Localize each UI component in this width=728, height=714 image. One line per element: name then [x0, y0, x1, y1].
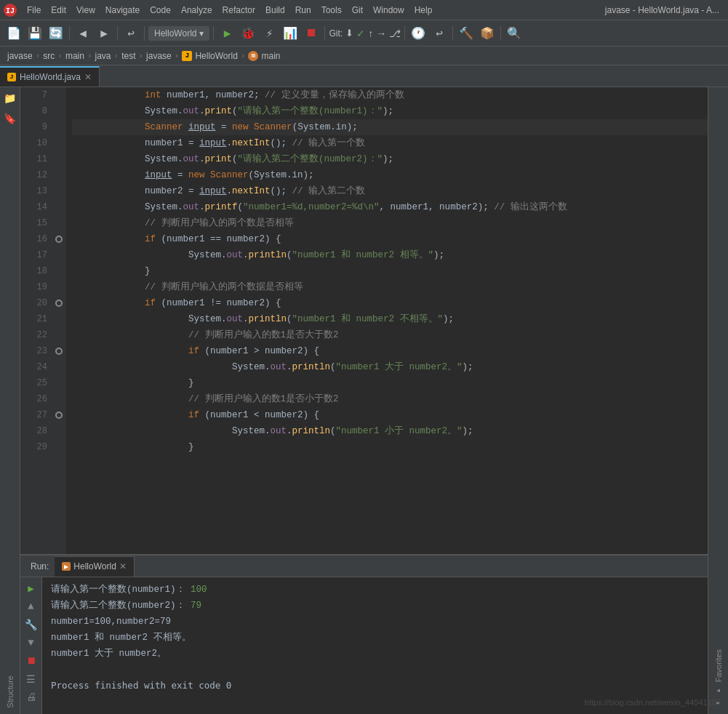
breadcrumb-test[interactable]: test — [121, 51, 135, 61]
run-tab-helloworld[interactable]: ▶ HelloWorld ✕ — [55, 556, 134, 577]
favorites-bar: Favorites ◂ ▸ — [708, 87, 728, 714]
toolbar-undo-btn[interactable]: ↩ — [121, 24, 140, 43]
breadcrumb-sep1: › — [36, 52, 41, 60]
tab-bar: J HelloWorld.java ✕ — [0, 65, 728, 87]
menu-tools[interactable]: Tools — [316, 4, 347, 17]
menu-file[interactable]: File — [22, 4, 46, 17]
code-lines[interactable]: int number1, number2; // 定义变量，保存输入的两个数 S… — [66, 87, 708, 554]
toolbar-revert-btn[interactable]: ↩ — [430, 24, 449, 43]
code-line-25: } — [72, 375, 708, 391]
breadcrumb-src[interactable]: src — [43, 51, 55, 61]
main-area: 📁 🔖 Structure 7 8 9 10 11 12 13 14 15 16… — [0, 87, 728, 714]
run-panel: Run: ▶ HelloWorld ✕ ▶ ▲ 🔧 ▼ ⏹ ☰ 🖨 — [20, 554, 708, 714]
git-fetch-icon[interactable]: ⬇ — [345, 28, 353, 39]
gutter — [53, 87, 66, 554]
toolbar-back-btn[interactable]: ◀ — [73, 24, 92, 43]
code-line-24: System.out.println("number1 大于 number2。"… — [72, 359, 708, 375]
toolbar-debug-btn[interactable]: 🐞 — [239, 24, 257, 43]
run-print-btn[interactable]: 🖨 — [23, 689, 39, 705]
breadcrumb-javase[interactable]: javase — [7, 51, 33, 61]
run-toolbar: ▶ ▲ 🔧 ▼ ⏹ ☰ 🖨 — [20, 577, 42, 714]
code-area: 7 8 9 10 11 12 13 14 15 16 17 18 19 20 2… — [20, 87, 708, 554]
menu-edit[interactable]: Edit — [46, 4, 71, 17]
run-output-process: Process finished with exit code 0 — [51, 678, 699, 694]
toolbar-sep2 — [117, 26, 118, 41]
menu-code[interactable]: Code — [145, 4, 176, 17]
menu-build[interactable]: Build — [260, 4, 290, 17]
fav-arrow-up[interactable]: ◂ — [716, 685, 721, 696]
breadcrumb-main[interactable]: main — [65, 51, 84, 61]
breadcrumb-sep6: › — [175, 52, 180, 60]
tab-label: HelloWorld.java — [20, 72, 81, 82]
code-line-13: number2 = input.nextInt(); // 输入第二个数 — [72, 183, 708, 199]
code-line-15: // 判断用户输入的两个数是否相等 — [72, 215, 708, 231]
menu-help[interactable]: Help — [409, 4, 438, 17]
code-line-18: } — [72, 263, 708, 279]
menu-window[interactable]: Window — [368, 4, 409, 17]
run-output: 请输入第一个整数(number1)： 100 请输入第二个整数(number2)… — [42, 577, 708, 714]
git-pull-icon[interactable]: → — [376, 28, 386, 39]
run-scroll-down-btn[interactable]: ▼ — [23, 635, 39, 651]
toolbar-search-btn[interactable]: 🔍 — [505, 24, 524, 43]
code-line-9: Scanner input = new Scanner(System.in); — [72, 119, 708, 135]
code-line-27: if (number1 < number2) { — [72, 407, 708, 423]
toolbar-forward-btn[interactable]: ▶ — [95, 24, 113, 43]
code-line-11: System.out.print("请输入第二个整数(number2)："); — [72, 151, 708, 167]
fav-arrow-down[interactable]: ▸ — [716, 697, 721, 708]
toolbar-sep3 — [144, 26, 145, 41]
tab-helloworld[interactable]: J HelloWorld.java ✕ — [0, 66, 100, 87]
run-filter-btn[interactable]: ☰ — [23, 671, 39, 687]
code-line-17: System.out.println("number1 和 number2 相等… — [72, 247, 708, 263]
toolbar-history-btn[interactable]: 🕐 — [409, 24, 428, 43]
run-output-line-5: number1 大于 number2。 — [51, 646, 699, 662]
breadcrumb-main-method[interactable]: main — [261, 51, 280, 61]
git-push-icon[interactable]: ↑ — [368, 28, 373, 39]
toolbar-profile-btn[interactable]: ⚡ — [260, 24, 279, 43]
project-selector[interactable]: HelloWorld ▾ — [148, 26, 209, 41]
breadcrumb-sep2: › — [57, 52, 63, 60]
window-title: javase - HelloWorld.java - A... — [605, 5, 725, 15]
left-panel-top: 📁 🔖 — [0, 87, 20, 127]
menu-run[interactable]: Run — [290, 4, 316, 17]
run-output-line-4: number1 和 number2 不相等。 — [51, 630, 699, 646]
run-tab-close[interactable]: ✕ — [119, 561, 127, 571]
toolbar-stop-btn[interactable]: ⏹ — [302, 24, 321, 43]
menu-refactor[interactable]: Refactor — [217, 4, 260, 17]
run-output-line-2: 请输入第二个整数(number2)： 79 — [51, 598, 699, 614]
run-stop-btn[interactable]: ⏹ — [23, 653, 39, 669]
code-line-20: if (number1 != number2) { — [72, 295, 708, 311]
toolbar-new-btn[interactable]: 📄 — [4, 24, 23, 43]
structure-label[interactable]: Structure — [6, 675, 15, 708]
breadcrumb-helloworld[interactable]: HelloWorld — [195, 51, 237, 61]
git-check-icon[interactable]: ✓ — [356, 28, 365, 39]
toolbar-sep4 — [213, 26, 214, 41]
gutter-marker-16 — [55, 236, 63, 243]
favorites-label[interactable]: Favorites — [714, 649, 723, 682]
toolbar-save-btn[interactable]: 💾 — [25, 24, 44, 43]
toolbar-coverage-btn[interactable]: 📊 — [281, 24, 300, 43]
app-logo-icon: IJ — [3, 3, 17, 17]
git-branch-icon[interactable]: ⎇ — [389, 28, 401, 39]
code-line-14: System.out.printf("number1=%d,number2=%d… — [72, 199, 708, 215]
gutter-marker-27 — [55, 412, 63, 419]
toolbar-build-btn[interactable]: 🔨 — [457, 24, 476, 43]
toolbar-sync-btn[interactable]: 🔄 — [47, 24, 65, 43]
sidebar-bookmark-btn[interactable]: 🔖 — [2, 111, 18, 127]
toolbar-sep6 — [404, 26, 405, 41]
left-sidebar: 📁 🔖 Structure — [0, 87, 20, 714]
menu-git[interactable]: Git — [347, 4, 368, 17]
code-line-21: System.out.println("number1 和 number2 不相… — [72, 311, 708, 327]
sidebar-project-btn[interactable]: 📁 — [2, 90, 18, 106]
toolbar-make-btn[interactable]: 📦 — [478, 24, 497, 43]
menu-navigate[interactable]: Navigate — [100, 4, 145, 17]
run-play-btn[interactable]: ▶ — [23, 580, 39, 596]
toolbar-run-btn[interactable]: ▶ — [217, 24, 236, 43]
tab-close-btn[interactable]: ✕ — [84, 72, 92, 82]
run-settings-btn[interactable]: 🔧 — [23, 617, 39, 633]
breadcrumb-javase2[interactable]: javase — [146, 51, 172, 61]
run-scroll-up-btn[interactable]: ▲ — [23, 598, 39, 614]
menu-analyze[interactable]: Analyze — [176, 4, 217, 17]
line-numbers: 7 8 9 10 11 12 13 14 15 16 17 18 19 20 2… — [20, 87, 53, 554]
menu-view[interactable]: View — [71, 4, 100, 17]
breadcrumb-java[interactable]: java — [95, 51, 111, 61]
